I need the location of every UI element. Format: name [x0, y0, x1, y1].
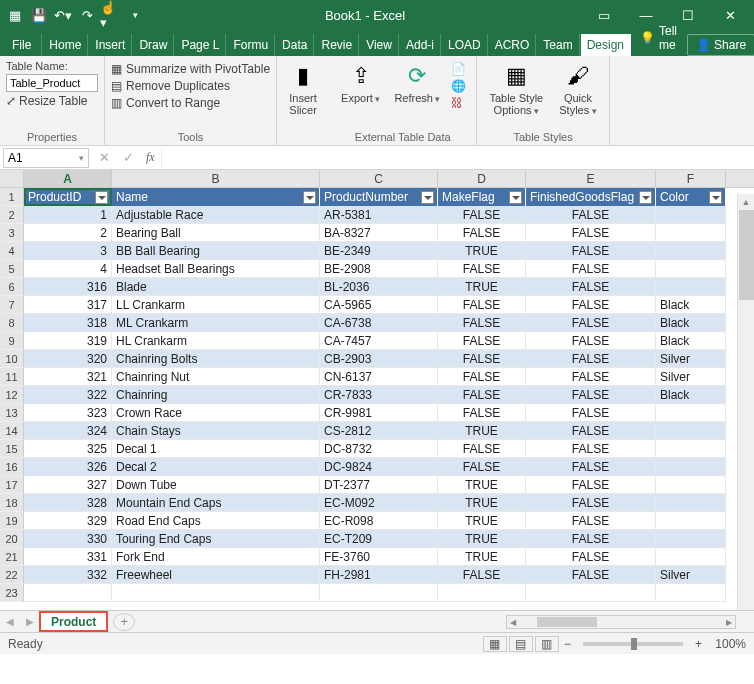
row-header[interactable]: 15 [0, 440, 24, 458]
cell[interactable] [656, 584, 726, 602]
cell[interactable] [656, 440, 726, 458]
app-icon[interactable]: ▦ [4, 4, 26, 26]
row-header[interactable]: 12 [0, 386, 24, 404]
cell[interactable]: FALSE [526, 332, 656, 350]
cell[interactable]: FALSE [526, 476, 656, 494]
row-header[interactable]: 3 [0, 224, 24, 242]
row-header[interactable]: 11 [0, 368, 24, 386]
cell[interactable]: Silver [656, 350, 726, 368]
zoom-out-icon[interactable]: − [560, 637, 575, 651]
cell[interactable] [320, 584, 438, 602]
cell[interactable]: 324 [24, 422, 112, 440]
cell[interactable]: TRUE [438, 476, 526, 494]
cell[interactable]: 330 [24, 530, 112, 548]
cell[interactable]: CN-6137 [320, 368, 438, 386]
cell[interactable]: FALSE [438, 458, 526, 476]
unlink-icon[interactable]: ⛓ [451, 96, 467, 112]
filter-dropdown-icon[interactable] [421, 191, 434, 204]
cell[interactable]: CR-7833 [320, 386, 438, 404]
cell[interactable]: CA-6738 [320, 314, 438, 332]
cell[interactable]: Chainring Bolts [112, 350, 320, 368]
row-header[interactable]: 14 [0, 422, 24, 440]
cell[interactable]: DT-2377 [320, 476, 438, 494]
tab-file[interactable]: File [6, 34, 42, 56]
cell[interactable] [656, 224, 726, 242]
cell[interactable]: FALSE [526, 512, 656, 530]
cell[interactable] [656, 242, 726, 260]
new-sheet-button[interactable]: + [113, 613, 135, 631]
cell[interactable]: Black [656, 314, 726, 332]
cell[interactable]: 319 [24, 332, 112, 350]
cell[interactable]: Headset Ball Bearings [112, 260, 320, 278]
row-header[interactable]: 21 [0, 548, 24, 566]
cell[interactable]: FH-2981 [320, 566, 438, 584]
cell[interactable]: 322 [24, 386, 112, 404]
cell[interactable]: FALSE [526, 350, 656, 368]
cell[interactable]: Silver [656, 566, 726, 584]
cell[interactable]: Decal 2 [112, 458, 320, 476]
cell[interactable]: FALSE [438, 404, 526, 422]
table-header-cell[interactable]: FinishedGoodsFlag [526, 188, 656, 206]
resize-table-button[interactable]: ⤢Resize Table [6, 94, 98, 108]
cell[interactable]: FALSE [526, 296, 656, 314]
cell[interactable] [526, 584, 656, 602]
table-header-cell[interactable]: Color [656, 188, 726, 206]
cell[interactable]: Crown Race [112, 404, 320, 422]
fx-icon[interactable]: fx [140, 150, 161, 165]
row-header[interactable]: 6 [0, 278, 24, 296]
cell[interactable]: FALSE [438, 206, 526, 224]
cell[interactable]: LL Crankarm [112, 296, 320, 314]
cell[interactable]: FALSE [438, 368, 526, 386]
cell[interactable] [656, 548, 726, 566]
zoom-slider[interactable] [583, 642, 683, 646]
cancel-icon[interactable]: ✕ [92, 150, 116, 165]
cell[interactable]: 317 [24, 296, 112, 314]
tab-view[interactable]: View [360, 34, 399, 56]
row-header[interactable]: 7 [0, 296, 24, 314]
touch-mode-icon[interactable]: ☝▾ [100, 4, 122, 26]
col-header-f[interactable]: F [656, 170, 726, 187]
redo-icon[interactable]: ↷ [76, 4, 98, 26]
cell[interactable]: 325 [24, 440, 112, 458]
refresh-button[interactable]: ⟳ Refresh [388, 60, 446, 107]
cell[interactable]: BA-8327 [320, 224, 438, 242]
cell[interactable]: 2 [24, 224, 112, 242]
cell[interactable] [656, 476, 726, 494]
cell[interactable] [656, 494, 726, 512]
worksheet-grid[interactable]: A B C D E F 1ProductIDNameProductNumberM… [0, 170, 754, 610]
tab-load[interactable]: LOAD [442, 34, 488, 56]
tab-insert[interactable]: Insert [89, 34, 132, 56]
col-header-b[interactable]: B [112, 170, 320, 187]
cell[interactable]: FALSE [438, 260, 526, 278]
filter-dropdown-icon[interactable] [709, 191, 722, 204]
cell[interactable]: FALSE [526, 548, 656, 566]
cell[interactable]: FALSE [526, 242, 656, 260]
cell[interactable]: BE-2349 [320, 242, 438, 260]
cell[interactable]: FALSE [438, 440, 526, 458]
filter-dropdown-icon[interactable] [95, 191, 108, 204]
scroll-up-icon[interactable]: ▲ [738, 194, 754, 210]
cell[interactable]: FALSE [526, 386, 656, 404]
summarize-pivot-button[interactable]: ▦Summarize with PivotTable [111, 62, 270, 76]
cell[interactable] [656, 422, 726, 440]
cell[interactable]: TRUE [438, 278, 526, 296]
cell[interactable] [656, 278, 726, 296]
cell[interactable]: HL Crankarm [112, 332, 320, 350]
scroll-thumb[interactable] [739, 210, 754, 300]
tab-draw[interactable]: Draw [133, 34, 174, 56]
cell[interactable]: 328 [24, 494, 112, 512]
row-header[interactable]: 22 [0, 566, 24, 584]
open-browser-icon[interactable]: 🌐 [451, 79, 467, 95]
cell[interactable]: CA-5965 [320, 296, 438, 314]
row-header[interactable]: 23 [0, 584, 24, 602]
tab-pagelayout[interactable]: Page L [175, 34, 226, 56]
export-button[interactable]: ⇪ Export [335, 60, 386, 107]
formula-input[interactable] [161, 148, 754, 168]
cell[interactable]: FALSE [526, 224, 656, 242]
quick-styles-button[interactable]: 🖌 Quick Styles [553, 60, 602, 119]
cell[interactable]: TRUE [438, 242, 526, 260]
cell[interactable]: BB Ball Bearing [112, 242, 320, 260]
cell[interactable]: FALSE [526, 440, 656, 458]
horizontal-scrollbar[interactable] [506, 615, 736, 629]
insert-slicer-button[interactable]: ▮ Insert Slicer [283, 60, 323, 118]
